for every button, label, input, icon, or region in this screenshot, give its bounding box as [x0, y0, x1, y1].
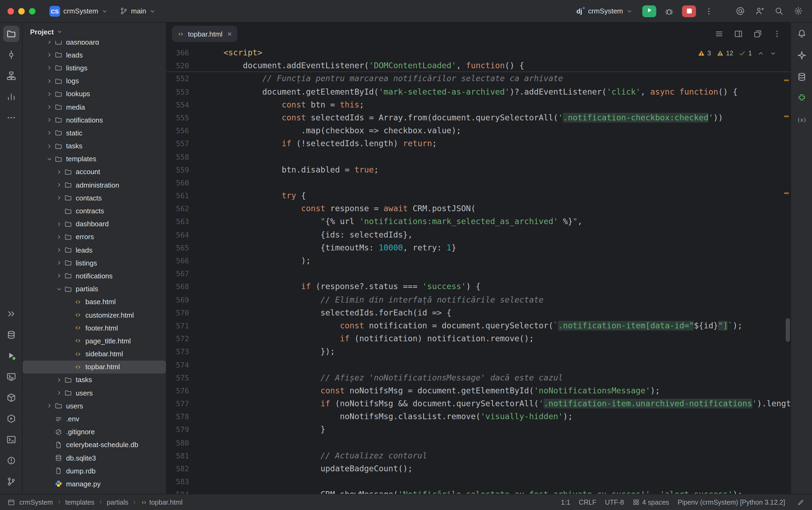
tree-item-account[interactable]: account [23, 166, 166, 178]
close-window-button[interactable] [7, 8, 14, 14]
code-line-552[interactable]: 552 // Funcția pentru marcarea notificăr… [167, 72, 790, 85]
line-number[interactable]: 561 [167, 189, 189, 202]
code-line-580[interactable]: 580 [167, 436, 790, 449]
code-line-565[interactable]: 565 {timeoutMs: 10000, retry: 1} [167, 241, 790, 254]
line-number[interactable]: 566 [167, 254, 189, 267]
line-number[interactable]: 571 [167, 319, 189, 332]
code-line-554[interactable]: 554 const btn = this; [167, 98, 790, 111]
tree-item-tasks[interactable]: tasks [23, 373, 166, 387]
version-control-button[interactable] [3, 474, 19, 489]
editor-scrollbar[interactable] [786, 318, 790, 342]
code-line-583[interactable]: 583 [167, 475, 790, 488]
line-number[interactable]: 366 [167, 46, 189, 59]
code-line-573[interactable]: 573 }); [167, 345, 790, 358]
code-line-558[interactable]: 558 [167, 150, 790, 163]
variables-button[interactable]: (x) [793, 112, 810, 128]
project-selector[interactable]: CS crmSystem [46, 3, 111, 19]
tree-item-customizer.html[interactable]: customizer.html [23, 309, 166, 321]
line-number[interactable]: 582 [167, 462, 189, 475]
chevron-right-icon[interactable] [55, 221, 63, 227]
tree-item-leads[interactable]: leads [23, 48, 166, 61]
line-ending[interactable]: CRLF [579, 499, 596, 506]
python-packages-button[interactable] [3, 390, 19, 406]
code-line-566[interactable]: 566 ); [167, 254, 790, 267]
python-interpreter[interactable]: Pipenv (crmSystem) [Python 3.12.2] [678, 499, 785, 506]
line-number[interactable]: 553 [167, 85, 189, 98]
code-line-570[interactable]: 570 selectedIds.forEach(id => { [167, 306, 790, 319]
line-number[interactable]: 520 [167, 59, 189, 72]
line-number[interactable]: 558 [167, 150, 189, 163]
search-everywhere-button[interactable] [772, 5, 785, 18]
python-console-button[interactable] [3, 369, 19, 385]
breadcrumb-partials[interactable]: partials [107, 499, 128, 506]
tree-item-dashboard[interactable]: dashboard [23, 217, 166, 230]
code-line-569[interactable]: 569 // Elimin din interfață notificările… [167, 293, 790, 306]
chevron-right-icon[interactable] [55, 377, 63, 383]
line-number[interactable]: 567 [167, 267, 189, 280]
editor-list-button[interactable] [713, 28, 725, 40]
chevron-right-icon[interactable] [55, 195, 63, 201]
line-number[interactable]: 573 [167, 345, 189, 358]
run-button[interactable] [3, 348, 19, 364]
weak-warnings-count[interactable]: 12 [716, 50, 733, 57]
tree-item-static[interactable]: static [23, 126, 166, 139]
line-number[interactable]: 570 [167, 306, 189, 319]
tree-item-listings[interactable]: listings [23, 61, 166, 75]
line-number[interactable]: 572 [167, 332, 189, 345]
line-number[interactable]: 555 [167, 111, 189, 124]
code-line-553[interactable]: 553 document.getElementById('mark-select… [167, 85, 790, 98]
breadcrumb-crmSystem[interactable]: crmSystem [19, 499, 53, 506]
line-number[interactable]: 580 [167, 436, 189, 449]
line-number[interactable]: 552 [167, 72, 189, 85]
database-button[interactable] [793, 69, 810, 85]
project-panel-header[interactable]: Project [23, 23, 166, 41]
chevron-right-icon[interactable] [45, 403, 54, 409]
line-number[interactable]: 576 [167, 384, 189, 397]
warning-stripe-mark[interactable] [784, 116, 789, 117]
chevron-down-icon[interactable] [55, 286, 63, 292]
tree-item-listings[interactable]: listings [23, 256, 166, 269]
project-button[interactable] [3, 26, 19, 42]
line-number[interactable]: 577 [167, 397, 189, 410]
chevron-right-icon[interactable] [55, 260, 63, 266]
line-number[interactable]: 579 [167, 423, 189, 436]
line-number[interactable]: 568 [167, 280, 189, 293]
tree-item-contacts[interactable]: contacts [23, 192, 166, 204]
next-problem-button[interactable] [770, 50, 777, 57]
minimize-window-button[interactable] [18, 8, 25, 14]
tree-item-notifications[interactable]: notifications [23, 113, 166, 126]
code-line-555[interactable]: 555 const selectedIds = Array.from(docum… [167, 111, 790, 124]
breadcrumb-templates[interactable]: templates [65, 499, 94, 506]
hide-windows-button[interactable] [3, 306, 19, 322]
structure-button[interactable] [3, 68, 19, 84]
code-line-574[interactable]: 574 [167, 358, 790, 371]
line-number[interactable]: 560 [167, 176, 189, 189]
code-line-564[interactable]: 564 {ids: selectedIds}, [167, 228, 790, 241]
zoom-window-button[interactable] [29, 8, 35, 14]
file-encoding[interactable]: UTF-8 [605, 499, 624, 506]
chevron-right-icon[interactable] [45, 143, 54, 149]
tree-item-users[interactable]: users [23, 400, 166, 413]
tree-item-partials[interactable]: partials [23, 282, 166, 295]
tree-item-media[interactable]: media [23, 101, 166, 113]
run-options-kebab[interactable] [702, 5, 715, 18]
tree-item-administration[interactable]: administration [23, 178, 166, 191]
chevron-right-icon[interactable] [45, 78, 54, 84]
line-number[interactable]: 562 [167, 202, 189, 215]
chevron-down-icon[interactable] [45, 156, 54, 162]
cursor-position[interactable]: 1:1 [561, 499, 570, 506]
code-line-560[interactable]: 560 [167, 176, 790, 189]
code-line-562[interactable]: 562 const response = await CRM.postJSON( [167, 202, 790, 215]
tree-item-lookups[interactable]: lookups [23, 88, 166, 101]
tree-item-page_title.html[interactable]: page_title.html [23, 335, 166, 347]
settings-button[interactable] [791, 5, 805, 18]
tree-item-base.html[interactable]: base.html [23, 295, 166, 309]
indent-style[interactable]: 4 spaces [633, 499, 669, 506]
code-line-366[interactable]: 366 <script> [167, 46, 790, 59]
code-line-579[interactable]: 579 } [167, 423, 790, 436]
tab-topbar-html[interactable]: topbar.html × [172, 26, 237, 42]
breadcrumb-topbar.html[interactable]: topbar.html [141, 499, 183, 506]
tree-item-topbar.html[interactable]: topbar.html [23, 360, 166, 373]
terminal-button[interactable] [3, 431, 19, 448]
code-line-582[interactable]: 582 updateBadgeCount(); [167, 462, 790, 475]
